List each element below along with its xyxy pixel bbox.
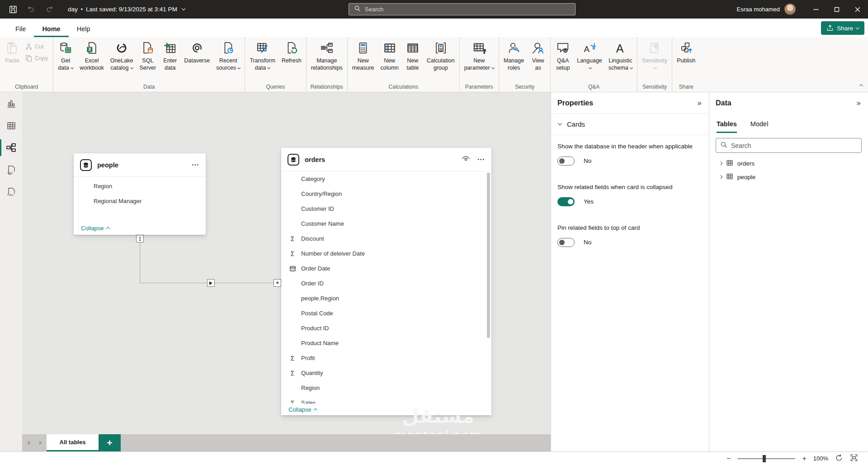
field-row[interactable]: Customer ID — [281, 201, 491, 216]
zoom-out-button[interactable]: − — [726, 455, 731, 463]
eye-icon[interactable] — [462, 155, 470, 164]
field-row[interactable]: Regional Manager — [74, 194, 206, 209]
more-options-icon[interactable]: ••• — [192, 162, 199, 167]
minimize-button[interactable] — [806, 0, 826, 19]
document-title[interactable]: day • Last saved: 9/13/2025 at 3:41 PM — [68, 6, 185, 13]
model-view-icon[interactable] — [0, 137, 22, 159]
collapse-pane-icon[interactable]: » — [857, 99, 861, 108]
linguistic-schema-button[interactable]: A Linguisticschema — [605, 37, 636, 73]
sql-server-button[interactable]: SQLServer — [136, 37, 159, 73]
menu-home[interactable]: Home — [34, 25, 68, 37]
excel-workbook-button[interactable]: X Excelworkbook — [76, 37, 107, 73]
people-card-header[interactable]: people ••• — [74, 153, 206, 177]
field-row[interactable]: Product Name — [281, 336, 491, 351]
cards-section-header[interactable]: Cards — [551, 114, 709, 135]
sensitivity-button[interactable]: Sensitivity — [639, 37, 670, 73]
field-row[interactable]: ΣNumber of deleiver Date — [281, 246, 491, 261]
maximize-button[interactable] — [826, 0, 847, 19]
new-column-button[interactable]: Newcolumn — [377, 37, 402, 73]
redo-icon[interactable] — [42, 3, 56, 16]
field-row[interactable]: ΣQuantity — [281, 365, 491, 380]
recent-sources-button[interactable]: Recentsources — [213, 37, 243, 73]
enter-data-button[interactable]: Enterdata — [159, 37, 181, 73]
model-canvas[interactable]: 1 * people ••• Region Reg — [22, 92, 551, 451]
new-measure-button[interactable]: Newmeasure — [349, 37, 377, 73]
relationship-direction-icon[interactable] — [207, 279, 215, 287]
undo-icon[interactable] — [24, 3, 38, 16]
zoom-in-button[interactable]: + — [802, 455, 806, 463]
calculation-group-button[interactable]: Calculationgroup — [424, 37, 458, 73]
report-view-icon[interactable] — [0, 92, 22, 114]
avatar[interactable] — [784, 4, 796, 15]
search-input[interactable] — [365, 6, 570, 13]
get-data-button[interactable]: Getdata — [55, 37, 76, 73]
tab-scroll-right-icon[interactable] — [34, 434, 47, 451]
orders-table-card[interactable]: orders ••• Category Country/Region Custo… — [281, 148, 491, 415]
field-row[interactable]: Product ID — [281, 321, 491, 336]
field-row[interactable]: Postal Code — [281, 306, 491, 321]
group-label-clipboard: Clipboard — [1, 83, 52, 92]
collapse-ribbon-icon[interactable] — [860, 81, 863, 89]
onelake-catalog-button[interactable]: OneLakecatalog — [107, 37, 137, 73]
cut-button[interactable]: Cut — [25, 43, 48, 50]
menu-help[interactable]: Help — [69, 25, 99, 37]
orders-card-header[interactable]: orders ••• — [281, 148, 491, 171]
field-row[interactable]: ΣSales — [281, 395, 491, 403]
save-icon[interactable] — [6, 3, 20, 16]
collapse-pane-icon[interactable]: » — [698, 99, 702, 108]
field-row[interactable]: Country/Region — [281, 186, 491, 201]
field-row[interactable]: Order ID — [281, 276, 491, 291]
people-table-card[interactable]: people ••• Region Regional Manager Colla… — [74, 153, 206, 235]
tree-item-people[interactable]: people — [709, 170, 868, 184]
view-as-button[interactable]: Viewas — [527, 37, 549, 73]
field-row[interactable]: Category — [281, 171, 491, 186]
tab-all-tables[interactable]: All tables — [47, 434, 99, 451]
share-button[interactable]: Share — [821, 21, 864, 35]
refresh-button[interactable]: Refresh — [278, 37, 305, 65]
toggle-pin-related-fields[interactable] — [557, 238, 575, 247]
chevron-right-icon[interactable] — [719, 175, 722, 179]
fit-to-screen-icon[interactable] — [850, 454, 858, 464]
tree-item-orders[interactable]: orders — [709, 157, 868, 170]
field-row[interactable]: Region — [74, 179, 206, 194]
collapse-card-link[interactable]: Collapse — [288, 406, 316, 413]
publish-button[interactable]: Publish — [674, 37, 698, 65]
collapse-card-link[interactable]: Collapse — [81, 225, 109, 232]
zoom-slider[interactable] — [737, 458, 795, 459]
field-row[interactable]: ΣDiscount — [281, 231, 491, 246]
language-button[interactable]: A Language — [574, 37, 605, 73]
field-row[interactable]: Customer Name — [281, 216, 491, 231]
data-search-box[interactable] — [716, 138, 862, 153]
zoom-slider-thumb[interactable] — [763, 455, 766, 462]
add-layout-button[interactable]: + — [99, 434, 121, 451]
card-scrollbar[interactable] — [487, 173, 490, 338]
paste-button[interactable]: Paste — [1, 37, 23, 65]
table-view-icon[interactable] — [0, 114, 22, 137]
tmdl-view-icon[interactable]: TMDL — [0, 181, 22, 203]
manage-relationships-button[interactable]: Managerelationships — [308, 37, 346, 73]
close-button[interactable] — [847, 0, 868, 19]
manage-roles-button[interactable]: Manageroles — [500, 37, 527, 73]
tab-tables[interactable]: Tables — [717, 120, 737, 133]
copy-button[interactable]: Copy — [25, 54, 48, 62]
dataverse-button[interactable]: Dataverse — [181, 37, 213, 65]
new-parameter-button[interactable]: ? Newparameter — [461, 37, 497, 73]
reset-zoom-icon[interactable] — [835, 454, 843, 464]
field-row[interactable]: people.Region — [281, 291, 491, 306]
data-search-input[interactable] — [731, 142, 857, 149]
field-row[interactable]: Order Date — [281, 261, 491, 276]
dax-query-view-icon[interactable]: DAX — [0, 159, 22, 181]
new-table-button[interactable]: Newtable — [402, 37, 424, 73]
tab-scroll-left-icon[interactable] — [22, 434, 34, 451]
menu-file[interactable]: File — [7, 25, 34, 37]
more-options-icon[interactable]: ••• — [477, 157, 485, 162]
toggle-show-related-fields[interactable] — [557, 197, 575, 206]
field-row[interactable]: ΣProfit — [281, 351, 491, 365]
global-search-box[interactable] — [349, 3, 576, 15]
field-row[interactable]: Region — [281, 380, 491, 395]
chevron-right-icon[interactable] — [719, 161, 722, 165]
transform-data-button[interactable]: Transformdata — [246, 37, 278, 73]
qa-setup-button[interactable]: Q&Asetup — [552, 37, 574, 73]
tab-model[interactable]: Model — [750, 120, 769, 133]
toggle-show-database[interactable] — [557, 157, 575, 166]
